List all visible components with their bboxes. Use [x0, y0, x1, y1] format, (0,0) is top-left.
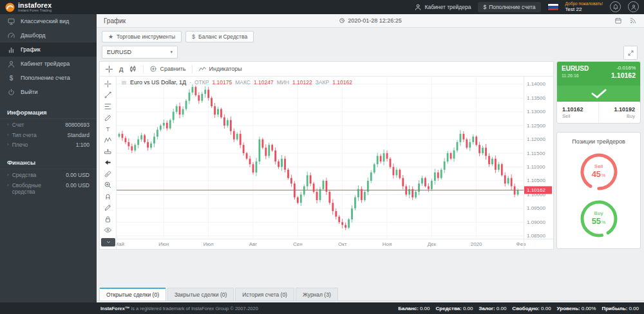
magnet-tool-icon[interactable] — [101, 191, 115, 202]
svg-text:1.08500: 1.08500 — [527, 233, 545, 239]
chevron-right-icon: › — [7, 142, 9, 149]
rss-icon[interactable] — [629, 17, 637, 24]
fib-retracement-tool-icon[interactable] — [101, 101, 115, 112]
sidebar-item-trader-cabinet[interactable]: Кабинет трейдера — [0, 57, 97, 71]
user-icon — [630, 4, 637, 10]
brand-tagline: Instant Forex Trading — [18, 9, 52, 13]
ruler-tool-icon[interactable] — [101, 169, 115, 180]
positions-title: Позиции трейдеров — [557, 138, 640, 145]
chevron-right-icon: › — [7, 172, 9, 179]
long-position-tool-icon[interactable] — [101, 146, 115, 157]
quote-price: 1.10162 — [611, 71, 636, 79]
quote-symbol: EURUSD — [562, 65, 589, 72]
compare-button[interactable]: Сравнить — [149, 65, 185, 73]
svg-text:Июл: Июл — [204, 241, 214, 247]
crosshair-icon — [105, 65, 113, 73]
svg-text:Дек: Дек — [428, 241, 437, 247]
instaforex-logo[interactable]: instaforex Instant Forex Trading — [5, 2, 52, 13]
sidebar-item-chart[interactable]: График — [0, 42, 97, 57]
svg-text:1.13500: 1.13500 — [527, 95, 545, 101]
info-row-account: ›Счет 80800693 — [0, 119, 97, 129]
trading-instruments-button[interactable]: ★ Торговые инструменты — [102, 31, 182, 42]
svg-text:1.11500: 1.11500 — [527, 151, 545, 156]
monitor-icon — [7, 17, 15, 26]
svg-text:T: T — [106, 126, 110, 133]
svg-text:1.10500: 1.10500 — [527, 178, 545, 183]
svg-text:2020: 2020 — [471, 241, 482, 247]
buy-donut: Buy 55% — [579, 199, 619, 239]
pencil-tool-icon[interactable] — [101, 203, 115, 214]
svg-text:Авг: Авг — [249, 241, 258, 247]
bar-chart-icon — [7, 46, 15, 54]
trader-cabinet-link[interactable]: Кабинет трейдера — [414, 3, 471, 11]
chevron-down-icon — [105, 239, 112, 245]
main-content: График 2020-01-28 12:26:25 ★ Торговые ин… — [97, 14, 644, 302]
sidebar-item-deposit[interactable]: $ Пополнение счета — [0, 71, 97, 85]
collapse-toolbar-button[interactable] — [101, 238, 115, 246]
tab-account-history[interactable]: История счета (0) — [235, 288, 294, 300]
svg-text:Ноя: Ноя — [383, 241, 392, 247]
finance-row-equity: ›Средства 0.00 USD — [0, 169, 97, 180]
chart-style-button[interactable] — [129, 65, 137, 73]
price-chart[interactable]: 1.085001.090001.095001.100001.105001.110… — [117, 76, 553, 249]
calendar-icon[interactable] — [614, 17, 622, 24]
interval-select[interactable]: Д — [119, 66, 123, 73]
deposit-button[interactable]: $ Пополнение счета — [478, 2, 540, 12]
lock-tool-icon[interactable] — [101, 214, 115, 225]
dollar-icon: $ — [483, 4, 486, 10]
bell-icon — [612, 4, 619, 10]
sidebar-section-finance: Финансы — [0, 156, 97, 169]
svg-text:Май: Май — [117, 241, 124, 247]
profile-button[interactable] — [628, 1, 639, 12]
sidebar-item-logout[interactable]: Выйти — [0, 85, 97, 99]
power-icon — [7, 88, 15, 97]
sell-donut: Sell 45% — [579, 152, 619, 192]
text-tool-icon[interactable]: T — [101, 124, 115, 134]
chevron-right-icon: › — [7, 132, 9, 139]
sidebar-item-classic-view[interactable]: Классический вид — [0, 14, 97, 28]
user-icon — [414, 3, 422, 11]
crosshair-mode-button[interactable] — [105, 65, 113, 73]
notifications-button[interactable] — [610, 1, 621, 12]
star-icon: ★ — [108, 34, 113, 40]
quote-change: -0.016% — [611, 65, 636, 71]
tab-journal[interactable]: Журнал (3) — [296, 288, 338, 300]
crosshair-tool-icon[interactable] — [101, 78, 115, 89]
dollar-icon: $ — [192, 34, 195, 40]
eye-tool-icon[interactable] — [101, 225, 115, 236]
pattern-tool-icon[interactable] — [101, 135, 115, 146]
quote-status — [557, 86, 640, 102]
brush-tool-icon[interactable] — [101, 113, 115, 124]
svg-text:1.13000: 1.13000 — [527, 109, 545, 115]
tab-open-deals[interactable]: Открытые сделки (0) — [99, 288, 166, 300]
svg-text:Фев: Фев — [516, 241, 526, 247]
sell-quote-button[interactable]: 1.10162 Sell — [557, 102, 598, 123]
balance-funds-button[interactable]: $ Баланс и Средства — [185, 31, 254, 42]
chart-toolbar: Д Сравнить Индикаторы — [100, 62, 553, 77]
account-stats: Баланс:0.00 Средства:0.00 Залог:0.00 Сво… — [398, 306, 639, 311]
welcome-text: Добро пожаловать! — [565, 1, 603, 6]
deals-tabbar: Открытые сделки (0) Закрытые сделки (0) … — [97, 288, 644, 301]
indicators-button[interactable]: Индикаторы — [198, 65, 242, 73]
check-icon — [591, 88, 607, 99]
buy-quote-button[interactable]: 1.10192 Buy — [598, 102, 640, 123]
sidebar-item-dashboard[interactable]: Дашборд — [0, 28, 97, 42]
dollar-icon: $ — [7, 75, 15, 82]
svg-text:1.09500: 1.09500 — [527, 205, 545, 211]
brand-name: instaforex — [18, 2, 52, 9]
page-title: График — [104, 17, 126, 24]
tab-closed-deals[interactable]: Закрытые сделки (0) — [167, 288, 234, 300]
svg-text:Сен: Сен — [293, 241, 303, 247]
trendline-tool-icon[interactable] — [101, 90, 115, 101]
welcome-block: Добро пожаловать! Test 22 — [565, 1, 603, 12]
chevron-down-icon: ▾ — [170, 50, 173, 55]
fullscreen-button[interactable] — [623, 46, 638, 60]
server-datetime: 2020-01-28 12:26:25 — [97, 17, 644, 24]
copyright: InstaForex™ is a registered trademark of… — [100, 306, 258, 311]
language-flag-russia[interactable] — [548, 4, 558, 10]
symbol-select[interactable]: EURUSD ▾ — [102, 46, 178, 59]
expand-icon — [627, 50, 634, 57]
zoom-in-tool-icon[interactable] — [101, 180, 115, 191]
status-bar: InstaForex™ is a registered trademark of… — [0, 302, 644, 314]
arrow-tool-icon[interactable] — [101, 158, 115, 169]
